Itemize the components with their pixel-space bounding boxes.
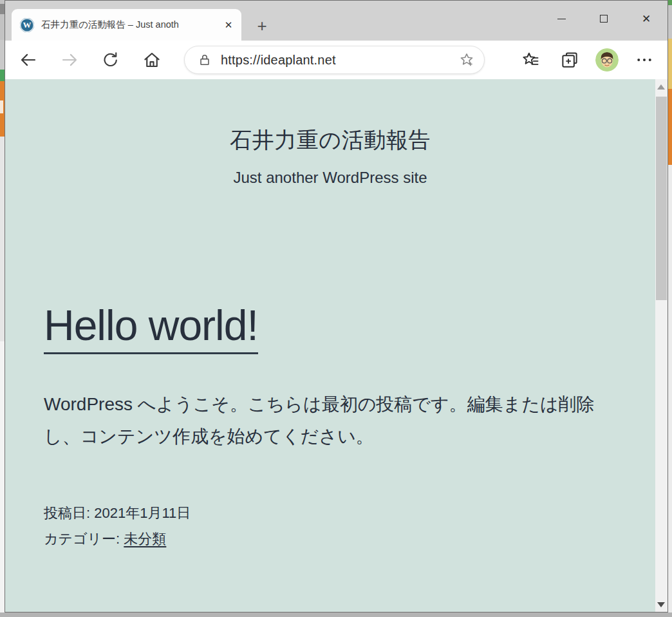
background-window-sliver bbox=[0, 612, 672, 617]
lock-icon bbox=[198, 53, 212, 67]
background-window-sliver bbox=[668, 0, 672, 39]
profile-avatar[interactable] bbox=[595, 48, 619, 71]
avatar-image bbox=[595, 48, 619, 71]
scrollbar-thumb[interactable] bbox=[656, 97, 667, 300]
forward-button[interactable] bbox=[57, 47, 82, 73]
back-icon bbox=[19, 50, 38, 70]
site-tagline: Just another WordPress site bbox=[5, 169, 655, 187]
post-meta: 投稿日: 2021年1月11日 カテゴリー: 未分類 bbox=[44, 500, 191, 552]
address-bar[interactable]: https://ideaplant.net bbox=[184, 46, 485, 74]
browser-tab[interactable]: W 石井力重の活動報告 – Just anoth ✕ bbox=[12, 9, 241, 41]
maximize-button[interactable] bbox=[583, 1, 625, 37]
post-category-row: カテゴリー: 未分類 bbox=[44, 526, 191, 552]
scrollbar-up-arrow-icon[interactable] bbox=[657, 84, 665, 90]
forward-icon bbox=[60, 50, 79, 70]
close-window-button[interactable]: ✕ bbox=[625, 1, 667, 37]
background-window-sliver bbox=[0, 4, 5, 14]
post-title: Hello world! bbox=[44, 301, 258, 350]
desktop-screen: W 石井力重の活動報告 – Just anoth ✕ + ✕ bbox=[0, 0, 672, 617]
minimize-button[interactable] bbox=[540, 1, 583, 37]
post-body: WordPress へようこそ。こちらは最初の投稿です。編集または削除し、コンテ… bbox=[44, 388, 620, 453]
post-date-label: 投稿日: bbox=[44, 505, 90, 521]
browser-toolbar: https://ideaplant.net bbox=[5, 41, 667, 79]
tab-close-button[interactable]: ✕ bbox=[219, 16, 238, 34]
edge-browser-window: W 石井力重の活動報告 – Just anoth ✕ + ✕ bbox=[5, 0, 668, 612]
tab-title: 石井力重の活動報告 – Just anoth bbox=[41, 19, 219, 31]
background-window-sliver bbox=[0, 100, 3, 113]
url-text[interactable]: https://ideaplant.net bbox=[221, 53, 456, 68]
settings-more-button[interactable] bbox=[631, 47, 657, 73]
toolbar-right-group bbox=[518, 47, 658, 73]
page-content: 石井力重の活動報告 Just another WordPress site He… bbox=[5, 79, 667, 612]
scrollbar-down-arrow-icon[interactable] bbox=[657, 602, 665, 607]
favorites-button[interactable] bbox=[518, 47, 544, 73]
refresh-button[interactable] bbox=[98, 47, 124, 73]
tab-title-fade bbox=[200, 13, 219, 37]
add-favorite-button[interactable] bbox=[456, 49, 478, 71]
background-window-sliver bbox=[0, 137, 5, 341]
vertical-scrollbar[interactable] bbox=[655, 79, 667, 612]
post-date-row: 投稿日: 2021年1月11日 bbox=[44, 500, 191, 526]
post-category-link[interactable]: 未分類 bbox=[124, 531, 166, 547]
tab-strip: W 石井力重の活動報告 – Just anoth ✕ + ✕ bbox=[5, 1, 667, 41]
collections-button[interactable] bbox=[557, 47, 583, 73]
maximize-icon bbox=[600, 15, 608, 23]
window-controls: ✕ bbox=[540, 1, 667, 37]
site-header: 石井力重の活動報告 Just another WordPress site bbox=[5, 126, 655, 187]
wordpress-favicon-icon: W bbox=[20, 18, 34, 32]
home-button[interactable] bbox=[139, 47, 165, 73]
new-tab-button[interactable]: + bbox=[252, 16, 272, 35]
back-button[interactable] bbox=[15, 47, 41, 73]
background-window-sliver bbox=[0, 341, 5, 612]
minimize-icon bbox=[557, 19, 566, 19]
post-title-link[interactable]: Hello world! bbox=[44, 301, 258, 354]
post-date: 2021年1月11日 bbox=[94, 505, 191, 521]
favorites-icon bbox=[521, 50, 541, 70]
home-icon bbox=[142, 50, 162, 70]
background-window-sliver bbox=[668, 89, 672, 165]
background-window-sliver bbox=[668, 165, 672, 612]
settings-more-icon bbox=[635, 50, 654, 70]
background-window-sliver bbox=[668, 39, 672, 89]
background-window-sliver bbox=[668, 0, 672, 5]
refresh-icon bbox=[101, 50, 120, 70]
post-category-label: カテゴリー: bbox=[44, 531, 120, 547]
add-favorite-star-icon bbox=[458, 52, 475, 68]
background-window-sliver bbox=[0, 70, 5, 81]
collections-icon bbox=[560, 50, 579, 70]
site-title-link[interactable]: 石井力重の活動報告 bbox=[230, 128, 430, 152]
